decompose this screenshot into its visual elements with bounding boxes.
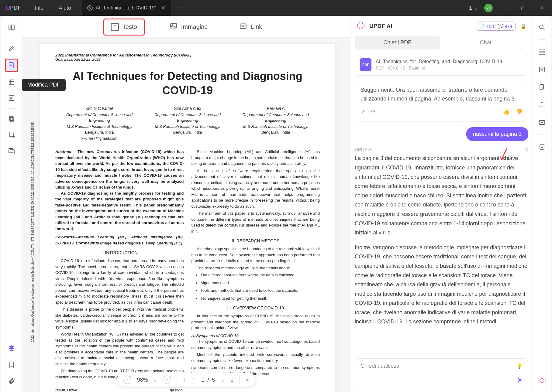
- search-icon[interactable]: [536, 22, 547, 33]
- arrow-annotation: [499, 147, 508, 162]
- thumbs-up-icon[interactable]: 👍: [503, 107, 510, 116]
- last-page-button[interactable]: ⤓: [230, 377, 234, 383]
- ai-hint-card: Suggerimenti: Ora puoi riassumere, tradu…: [355, 80, 528, 122]
- ai-title: UPDF AI: [369, 23, 392, 29]
- crop-icon[interactable]: [6, 129, 17, 140]
- author-1: Kshitij C Kurne Department of Computer S…: [55, 105, 143, 141]
- svg-point-11: [540, 25, 543, 29]
- ai-file-meta: PDF · 634.0 KB · 5 pagine: [376, 66, 502, 70]
- text-tool-icon: T: [111, 23, 119, 31]
- svg-rect-10: [240, 24, 247, 28]
- zoom-out-button[interactable]: −: [123, 376, 131, 384]
- organize-icon[interactable]: [6, 77, 17, 88]
- image-tool-button[interactable]: Immagine: [163, 19, 215, 35]
- copy-icon[interactable]: ⧉: [525, 146, 528, 152]
- lock-icon[interactable]: 🔒: [520, 23, 526, 29]
- svg-rect-2: [9, 80, 14, 85]
- ai-response: La pagina 3 del documento si concentra s…: [355, 154, 528, 326]
- app-logo: UPDF: [0, 5, 27, 11]
- open-icon[interactable]: ↗: [361, 107, 365, 116]
- edit-toolbar: T Testo Immagine Link: [22, 16, 350, 38]
- link-tool-label: Link: [251, 23, 262, 30]
- page-organize-icon[interactable]: [6, 114, 17, 124]
- tab-ask-pdf[interactable]: Chiedi PDF: [355, 36, 440, 49]
- svg-text:OCR: OCR: [539, 51, 545, 54]
- menu-help[interactable]: Aiuto: [51, 5, 79, 11]
- close-window-button[interactable]: ✕: [535, 5, 547, 11]
- image-tool-label: Immagine: [181, 23, 208, 30]
- authors-row: Kshitij C Kurne Department of Computer S…: [55, 105, 320, 141]
- menu-file[interactable]: File: [27, 5, 51, 11]
- page-count-indicator[interactable]: 1 ⌄: [469, 5, 478, 11]
- page-indicator: 1 / 5: [201, 377, 215, 383]
- paper-title: AI Techniques for Detecting and Diagnosi…: [55, 69, 320, 98]
- pdf-file-icon: PDF: [360, 58, 371, 71]
- svg-rect-4: [9, 116, 13, 121]
- bookmark-icon[interactable]: [6, 359, 17, 370]
- svg-rect-7: [10, 150, 14, 154]
- ai-toggle-icon[interactable]: [536, 375, 547, 386]
- ai-input-field[interactable]: [361, 363, 516, 369]
- link-tool-button[interactable]: Link: [233, 19, 269, 35]
- ai-tabs: Chiedi PDF Chat: [350, 36, 533, 49]
- ai-chat-scroll[interactable]: Suggerimenti: Ora puoi riassumere, tradu…: [350, 80, 533, 354]
- compress-icon[interactable]: [536, 64, 547, 75]
- right-column: Since Machine Learning (ML) and Artifici…: [191, 149, 320, 392]
- close-controls-button[interactable]: ✕: [245, 377, 249, 383]
- suggest-icon[interactable]: 💡: [516, 363, 523, 369]
- author-3: Parkavi A Department of Computer Science…: [232, 105, 320, 141]
- edit-pdf-icon[interactable]: [5, 59, 18, 72]
- svg-rect-17: [540, 144, 544, 150]
- close-tab-icon[interactable]: ✕: [161, 5, 165, 11]
- left-column: Abstract— The new Coronavirus infection …: [55, 149, 184, 392]
- ai-input-box: 💡 ➤: [355, 358, 528, 388]
- user-avatar[interactable]: J: [484, 4, 493, 12]
- first-page-button[interactable]: ⤒: [182, 377, 186, 383]
- add-tab-button[interactable]: +: [177, 4, 181, 12]
- ai-response-label: UPDF AI: [355, 147, 372, 152]
- svg-rect-16: [539, 121, 545, 124]
- document-tab[interactable]: AI_Techniqu...g_COVID-19* ✕: [82, 0, 171, 16]
- refresh-icon[interactable]: ⟳: [371, 107, 376, 116]
- svg-point-19: [540, 378, 544, 383]
- next-page-button[interactable]: ⌄: [221, 377, 225, 383]
- print-icon[interactable]: [536, 141, 547, 152]
- left-sidebar: Modifica PDF: [1, 16, 22, 392]
- ai-file-card[interactable]: PDF AI_Techniques_for_Detecting_and_Diag…: [355, 54, 528, 76]
- share-icon[interactable]: [536, 99, 547, 110]
- thumbs-down-icon[interactable]: 👎: [516, 107, 523, 116]
- svg-rect-3: [9, 96, 14, 101]
- send-button[interactable]: ➤: [517, 376, 523, 384]
- attachment-icon[interactable]: [6, 376, 17, 387]
- ai-hint-text: Suggerimenti: Ora puoi riassumere, tradu…: [361, 86, 523, 103]
- page-controls: − 98% ⌄ + ⤒ ⌃ 1 / 5 ⌄ ⤓ ✕: [117, 373, 255, 387]
- nosave-icon: [87, 5, 93, 11]
- email-icon[interactable]: [536, 117, 547, 128]
- link-tool-icon: [239, 22, 247, 32]
- text-tool-label: Testo: [122, 23, 137, 30]
- zoom-in-button[interactable]: +: [163, 376, 171, 384]
- ai-credits-badge[interactable]: 📄100 | 💬974: [476, 22, 516, 31]
- redact-icon[interactable]: [6, 145, 17, 156]
- titlebar: UPDF File Aiuto AI_Techniqu...g_COVID-19…: [0, 0, 552, 16]
- ocr-icon[interactable]: OCR: [536, 46, 547, 57]
- minimize-button[interactable]: —: [499, 5, 511, 11]
- export-icon[interactable]: [536, 82, 547, 93]
- right-sidebar: OCR: [533, 16, 551, 392]
- text-tool-button[interactable]: T Testo: [103, 19, 145, 36]
- document-page: 2022 International Conference for Advanc…: [40, 44, 335, 392]
- doc-icon: 📄: [479, 23, 485, 29]
- svg-rect-18: [538, 377, 545, 384]
- layers-icon[interactable]: [6, 343, 17, 354]
- prev-page-button[interactable]: ⌃: [192, 377, 196, 383]
- conference-date: Goa, India. Jan 21-22, 2022: [55, 57, 320, 62]
- editor-area: T Testo Immagine Link 2022 International…: [22, 16, 350, 392]
- highlight-icon[interactable]: [6, 43, 17, 54]
- zoom-dropdown[interactable]: ⌄: [153, 377, 157, 383]
- document-viewport[interactable]: 2022 International Conference for Advanc…: [22, 38, 350, 392]
- tab-chat[interactable]: Chat: [443, 36, 529, 49]
- conference-name: 2022 International Conference for Advanc…: [55, 53, 320, 57]
- reader-icon[interactable]: [6, 22, 17, 33]
- form-icon[interactable]: [6, 93, 17, 104]
- maximize-button[interactable]: ▢: [517, 5, 529, 11]
